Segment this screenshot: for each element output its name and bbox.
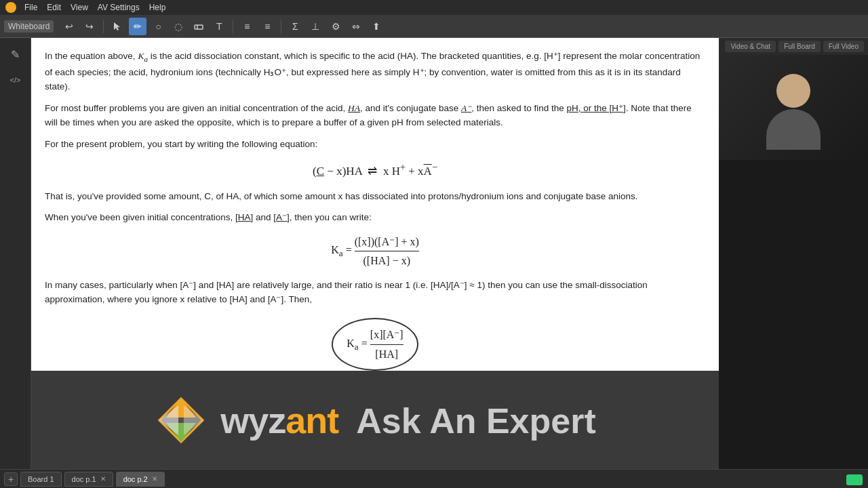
text-tool[interactable]: T xyxy=(210,18,228,35)
menu-av-settings[interactable]: AV Settings xyxy=(98,3,140,12)
wyzant-banner: wyzant Ask An Expert xyxy=(31,371,719,469)
status-indicator xyxy=(846,474,863,485)
video-container xyxy=(719,55,868,160)
tab-doc-p1-close[interactable]: ✕ xyxy=(100,475,106,483)
equation-3: Ka = [x][A⁻] [HA] xyxy=(45,315,705,373)
align-right-tool[interactable]: ≡ xyxy=(258,18,276,35)
left-sidebar: ✎ </> xyxy=(0,38,31,469)
person-silhouette xyxy=(763,67,824,148)
menu-edit[interactable]: Edit xyxy=(47,3,61,12)
circle-tool[interactable]: ○ xyxy=(149,18,167,35)
paragraph-5: When you've been given initial concentra… xyxy=(45,210,705,225)
video-feed xyxy=(719,55,868,160)
code-sidebar-btn[interactable]: </> xyxy=(5,69,26,91)
separator3 xyxy=(281,20,281,33)
ant-text: ant xyxy=(285,400,338,441)
paragraph-4: That is, you've provided some amount, C,… xyxy=(45,189,705,204)
gear-tool[interactable]: ⚙ xyxy=(327,18,344,35)
toolbar: Whiteboard ↩ ↪ ✏ ○ ◌ T ≡ ≡ Σ ⊥ ⚙ ⇔ ⬆ xyxy=(0,15,868,38)
equation-2: Ka = ([x])([A⁻] + x) ([HA] − x) xyxy=(45,233,705,270)
svg-marker-0 xyxy=(7,3,15,12)
cursor-tool[interactable] xyxy=(108,18,126,35)
video-chat-button[interactable]: Video & Chat xyxy=(725,41,776,52)
sigma-tool[interactable]: Σ xyxy=(286,18,304,35)
tab-doc-p2-close[interactable]: ✕ xyxy=(152,475,157,483)
eraser-tool[interactable] xyxy=(190,18,208,35)
separator2 xyxy=(233,20,233,33)
highlight-tool[interactable]: ◌ xyxy=(170,18,187,35)
undo-button[interactable]: ↩ xyxy=(60,18,78,35)
wyzant-brand: wyzant Ask An Expert xyxy=(220,399,596,441)
ask-expert-text: Ask An Expert xyxy=(356,401,596,441)
paragraph-3: For the present problem, you start by wr… xyxy=(45,137,705,152)
equation-1: (C − x)HA ⇌ x H+ + xA− xyxy=(45,160,705,181)
bottom-bar: + Board 1 doc p.1 ✕ doc p.2 ✕ xyxy=(0,469,868,488)
paragraph-1: In the equation above, Ka is the acid di… xyxy=(45,49,705,94)
menu-bar: File Edit View AV Settings Help xyxy=(24,3,165,12)
paragraph-6: In many cases, particularly when [A⁻] an… xyxy=(45,278,705,307)
person-head xyxy=(776,74,810,108)
draw-sidebar-btn[interactable]: ✎ xyxy=(5,43,26,65)
menu-help[interactable]: Help xyxy=(149,3,166,12)
full-board-button[interactable]: Full Board xyxy=(778,41,821,52)
tab-board-1-label: Board 1 xyxy=(28,475,54,483)
add-tab-button[interactable]: + xyxy=(4,472,18,486)
svg-marker-1 xyxy=(114,22,120,30)
right-panel: Video & Chat Full Board Full Video xyxy=(719,38,868,469)
full-video-button[interactable]: Full Video xyxy=(823,41,864,52)
redo-button[interactable]: ↪ xyxy=(81,18,98,35)
toolbar-label: Whiteboard xyxy=(4,20,54,33)
tab-doc-p1[interactable]: doc p.1 ✕ xyxy=(64,472,113,487)
paragraph-2: For most buffer problems you are given a… xyxy=(45,101,705,130)
pen-tool[interactable]: ✏ xyxy=(129,18,146,35)
app-icon xyxy=(5,2,16,13)
tab-doc-p2-label: doc p.2 xyxy=(123,475,148,483)
upload-tool[interactable]: ⬆ xyxy=(368,18,385,35)
graph-tool[interactable]: ⊥ xyxy=(307,18,324,35)
tab-doc-p1-label: doc p.1 xyxy=(72,475,96,483)
tab-board-1[interactable]: Board 1 xyxy=(20,472,62,487)
wyz-text: wyz xyxy=(220,400,285,441)
wyzant-logo: wyzant Ask An Expert xyxy=(154,393,596,447)
svg-rect-2 xyxy=(195,25,203,29)
video-buttons-bar: Video & Chat Full Board Full Video xyxy=(719,38,868,55)
menu-view[interactable]: View xyxy=(71,3,88,12)
wyzant-diamond-icon xyxy=(154,393,208,447)
tab-doc-p2[interactable]: doc p.2 ✕ xyxy=(116,472,165,487)
align-left-tool[interactable]: ≡ xyxy=(238,18,256,35)
separator xyxy=(103,20,104,33)
menu-file[interactable]: File xyxy=(24,3,37,12)
link-tool[interactable]: ⇔ xyxy=(347,18,365,35)
title-bar: File Edit View AV Settings Help xyxy=(0,0,868,15)
person-body xyxy=(766,109,821,150)
